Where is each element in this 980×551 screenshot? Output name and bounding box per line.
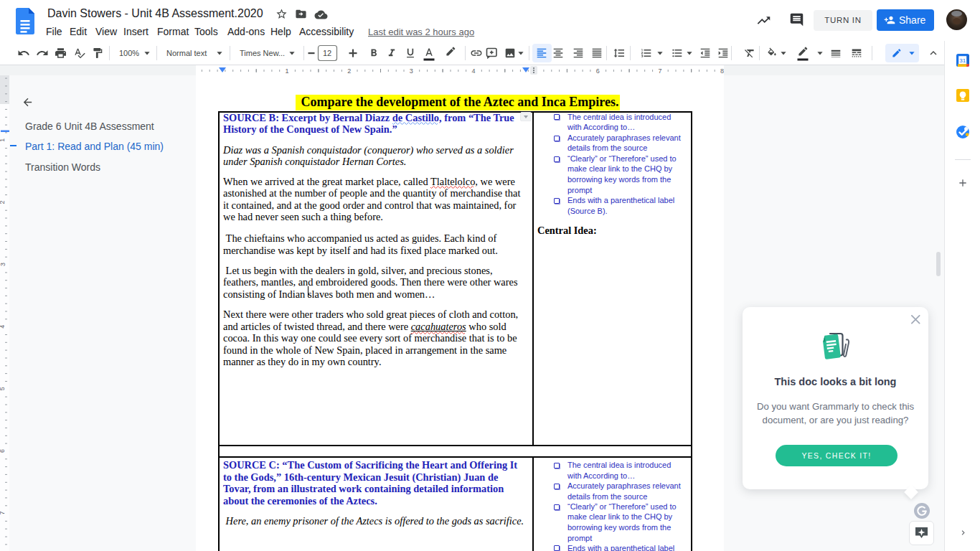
- svg-text:12: 12: [323, 49, 331, 57]
- svg-text:4: 4: [471, 67, 475, 75]
- svg-text:3: 3: [410, 67, 413, 75]
- svg-text:4: 4: [0, 325, 6, 329]
- svg-text:1: 1: [0, 138, 6, 142]
- svg-text:2: 2: [0, 200, 6, 204]
- svg-text:7: 7: [658, 67, 661, 75]
- svg-text:1: 1: [285, 67, 288, 75]
- svg-text:7: 7: [0, 512, 6, 515]
- svg-text:6: 6: [0, 449, 6, 453]
- svg-text:31: 31: [959, 57, 966, 64]
- svg-text:Times New...: Times New...: [240, 49, 285, 57]
- svg-text:5: 5: [0, 387, 6, 390]
- svg-text:2: 2: [347, 67, 351, 75]
- svg-text:3: 3: [0, 263, 6, 266]
- svg-text:100%: 100%: [119, 49, 139, 57]
- svg-text:Normal text: Normal text: [166, 49, 207, 57]
- svg-text:6: 6: [596, 67, 600, 75]
- svg-text:8: 8: [720, 67, 724, 75]
